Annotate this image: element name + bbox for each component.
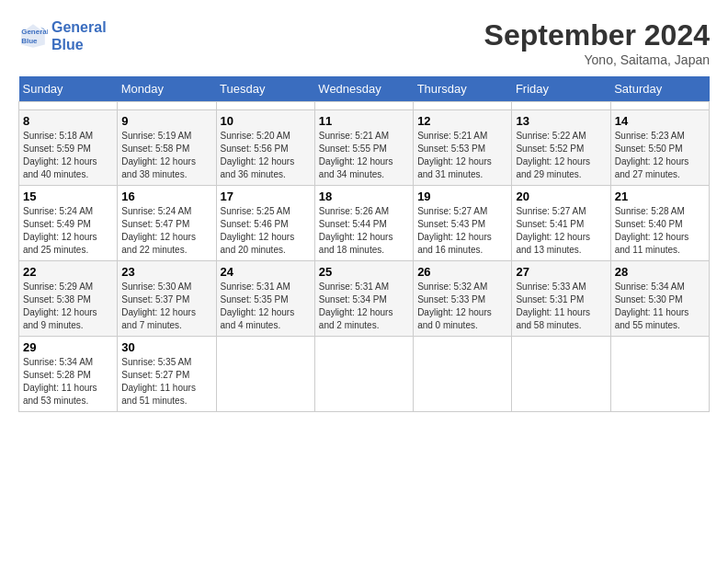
day-number: 11 bbox=[319, 114, 409, 128]
day-info: Sunrise: 5:30 AMSunset: 5:37 PMDaylight:… bbox=[121, 281, 211, 332]
day-info: Sunrise: 5:35 AMSunset: 5:27 PMDaylight:… bbox=[121, 356, 211, 408]
day-info: Sunrise: 5:24 AMSunset: 5:47 PMDaylight:… bbox=[121, 205, 211, 257]
calendar-cell: 22Sunrise: 5:29 AMSunset: 5:38 PMDayligh… bbox=[19, 261, 118, 337]
day-info: Sunrise: 5:24 AMSunset: 5:49 PMDaylight:… bbox=[23, 205, 113, 257]
calendar-cell: 21Sunrise: 5:28 AMSunset: 5:40 PMDayligh… bbox=[610, 186, 709, 261]
calendar-cell bbox=[414, 102, 512, 110]
day-number: 16 bbox=[121, 190, 211, 203]
weekday-header-thursday: Thursday bbox=[414, 76, 512, 102]
day-info: Sunrise: 5:28 AMSunset: 5:40 PMDaylight:… bbox=[615, 205, 705, 257]
day-info: Sunrise: 5:21 AMSunset: 5:53 PMDaylight:… bbox=[417, 130, 507, 181]
calendar-table: SundayMondayTuesdayWednesdayThursdayFrid… bbox=[18, 76, 710, 412]
calendar-cell: 26Sunrise: 5:32 AMSunset: 5:33 PMDayligh… bbox=[414, 261, 512, 337]
calendar-cell bbox=[216, 337, 314, 412]
calendar-cell: 18Sunrise: 5:26 AMSunset: 5:44 PMDayligh… bbox=[314, 186, 413, 261]
calendar-cell: 25Sunrise: 5:31 AMSunset: 5:34 PMDayligh… bbox=[314, 261, 413, 337]
weekday-header-saturday: Saturday bbox=[610, 76, 709, 102]
weekday-header-tuesday: Tuesday bbox=[216, 76, 314, 102]
calendar-cell bbox=[512, 102, 610, 110]
day-number: 14 bbox=[615, 114, 705, 128]
day-number: 26 bbox=[417, 265, 507, 279]
calendar-cell: 11Sunrise: 5:21 AMSunset: 5:55 PMDayligh… bbox=[314, 110, 413, 186]
day-number: 27 bbox=[516, 265, 606, 279]
month-title: September 2024 bbox=[484, 18, 710, 52]
day-number: 23 bbox=[121, 265, 211, 279]
day-number: 29 bbox=[23, 340, 113, 354]
calendar-cell: 30Sunrise: 5:35 AMSunset: 5:27 PMDayligh… bbox=[118, 337, 216, 412]
calendar-cell: 14Sunrise: 5:23 AMSunset: 5:50 PMDayligh… bbox=[610, 110, 709, 186]
day-number: 19 bbox=[417, 190, 507, 203]
location-subtitle: Yono, Saitama, Japan bbox=[484, 52, 710, 67]
calendar-cell bbox=[512, 337, 610, 412]
calendar-cell bbox=[610, 102, 709, 110]
calendar-week-row: 15Sunrise: 5:24 AMSunset: 5:49 PMDayligh… bbox=[19, 186, 710, 261]
calendar-cell: 28Sunrise: 5:34 AMSunset: 5:30 PMDayligh… bbox=[610, 261, 709, 337]
calendar-cell bbox=[610, 337, 709, 412]
day-info: Sunrise: 5:22 AMSunset: 5:52 PMDaylight:… bbox=[516, 130, 606, 181]
day-number: 18 bbox=[319, 190, 409, 203]
title-block: September 2024 Yono, Saitama, Japan bbox=[484, 18, 710, 67]
calendar-cell: 29Sunrise: 5:34 AMSunset: 5:28 PMDayligh… bbox=[19, 337, 118, 412]
day-info: Sunrise: 5:26 AMSunset: 5:44 PMDaylight:… bbox=[319, 205, 409, 257]
calendar-cell bbox=[414, 337, 512, 412]
day-info: Sunrise: 5:29 AMSunset: 5:38 PMDaylight:… bbox=[23, 281, 113, 332]
calendar-cell: 9Sunrise: 5:19 AMSunset: 5:58 PMDaylight… bbox=[118, 110, 216, 186]
weekday-header-wednesday: Wednesday bbox=[314, 76, 413, 102]
day-info: Sunrise: 5:21 AMSunset: 5:55 PMDaylight:… bbox=[319, 130, 409, 181]
calendar-cell bbox=[19, 102, 118, 110]
day-info: Sunrise: 5:33 AMSunset: 5:31 PMDaylight:… bbox=[516, 281, 606, 332]
day-number: 30 bbox=[121, 340, 211, 354]
calendar-cell bbox=[314, 102, 413, 110]
day-info: Sunrise: 5:31 AMSunset: 5:34 PMDaylight:… bbox=[319, 281, 409, 332]
day-info: Sunrise: 5:31 AMSunset: 5:35 PMDaylight:… bbox=[221, 281, 311, 332]
day-info: Sunrise: 5:20 AMSunset: 5:56 PMDaylight:… bbox=[221, 130, 311, 181]
calendar-week-row: 8Sunrise: 5:18 AMSunset: 5:59 PMDaylight… bbox=[19, 110, 710, 186]
page-header: General Blue General Blue September 2024… bbox=[18, 18, 710, 67]
day-number: 28 bbox=[615, 265, 705, 279]
day-info: Sunrise: 5:34 AMSunset: 5:30 PMDaylight:… bbox=[615, 281, 705, 332]
day-info: Sunrise: 5:27 AMSunset: 5:41 PMDaylight:… bbox=[516, 205, 606, 257]
svg-text:Blue: Blue bbox=[21, 37, 38, 45]
weekday-header-friday: Friday bbox=[512, 76, 610, 102]
calendar-cell bbox=[314, 337, 413, 412]
day-info: Sunrise: 5:18 AMSunset: 5:59 PMDaylight:… bbox=[23, 130, 113, 181]
day-info: Sunrise: 5:34 AMSunset: 5:28 PMDaylight:… bbox=[23, 356, 113, 408]
day-number: 25 bbox=[319, 265, 409, 279]
weekday-header-sunday: Sunday bbox=[19, 76, 118, 102]
calendar-cell: 16Sunrise: 5:24 AMSunset: 5:47 PMDayligh… bbox=[118, 186, 216, 261]
day-number: 10 bbox=[221, 114, 311, 128]
calendar-cell: 13Sunrise: 5:22 AMSunset: 5:52 PMDayligh… bbox=[512, 110, 610, 186]
day-number: 13 bbox=[516, 114, 606, 128]
calendar-cell: 20Sunrise: 5:27 AMSunset: 5:41 PMDayligh… bbox=[512, 186, 610, 261]
calendar-cell: 19Sunrise: 5:27 AMSunset: 5:43 PMDayligh… bbox=[414, 186, 512, 261]
day-info: Sunrise: 5:25 AMSunset: 5:46 PMDaylight:… bbox=[221, 205, 311, 257]
calendar-cell bbox=[216, 102, 314, 110]
calendar-week-row: 29Sunrise: 5:34 AMSunset: 5:28 PMDayligh… bbox=[19, 337, 710, 412]
logo-icon: General Blue bbox=[18, 21, 48, 51]
calendar-cell: 12Sunrise: 5:21 AMSunset: 5:53 PMDayligh… bbox=[414, 110, 512, 186]
calendar-cell: 8Sunrise: 5:18 AMSunset: 5:59 PMDaylight… bbox=[19, 110, 118, 186]
day-number: 12 bbox=[417, 114, 507, 128]
calendar-cell: 27Sunrise: 5:33 AMSunset: 5:31 PMDayligh… bbox=[512, 261, 610, 337]
day-info: Sunrise: 5:32 AMSunset: 5:33 PMDaylight:… bbox=[417, 281, 507, 332]
calendar-cell: 23Sunrise: 5:30 AMSunset: 5:37 PMDayligh… bbox=[118, 261, 216, 337]
day-number: 21 bbox=[615, 190, 705, 203]
calendar-week-row bbox=[19, 102, 710, 110]
calendar-cell: 10Sunrise: 5:20 AMSunset: 5:56 PMDayligh… bbox=[216, 110, 314, 186]
logo: General Blue General Blue bbox=[18, 18, 107, 53]
day-number: 9 bbox=[121, 114, 211, 128]
logo-text: General Blue bbox=[51, 18, 107, 53]
day-number: 22 bbox=[23, 265, 113, 279]
day-number: 24 bbox=[221, 265, 311, 279]
calendar-cell: 15Sunrise: 5:24 AMSunset: 5:49 PMDayligh… bbox=[19, 186, 118, 261]
day-info: Sunrise: 5:23 AMSunset: 5:50 PMDaylight:… bbox=[615, 130, 705, 181]
day-number: 15 bbox=[23, 190, 113, 203]
day-info: Sunrise: 5:27 AMSunset: 5:43 PMDaylight:… bbox=[417, 205, 507, 257]
calendar-week-row: 22Sunrise: 5:29 AMSunset: 5:38 PMDayligh… bbox=[19, 261, 710, 337]
calendar-cell: 17Sunrise: 5:25 AMSunset: 5:46 PMDayligh… bbox=[216, 186, 314, 261]
weekday-header-monday: Monday bbox=[118, 76, 216, 102]
day-number: 8 bbox=[23, 114, 113, 128]
calendar-cell: 24Sunrise: 5:31 AMSunset: 5:35 PMDayligh… bbox=[216, 261, 314, 337]
day-number: 17 bbox=[221, 190, 311, 203]
day-info: Sunrise: 5:19 AMSunset: 5:58 PMDaylight:… bbox=[121, 130, 211, 181]
